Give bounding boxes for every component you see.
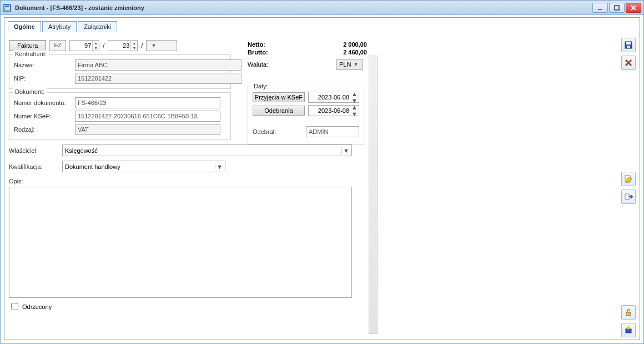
dates-group: Daty: Przyjęcia w KSeF 2023-06-08 ▲▼ Ode… [248, 87, 364, 144]
numer-dokumentu-label: Numer dokumentu: [14, 99, 75, 106]
brutto-value: 2 460,00 [281, 49, 367, 56]
waluta-value: PLN [339, 61, 351, 68]
przyjecia-date-value: 2023-06-08 [318, 94, 349, 101]
spin-down-icon[interactable]: ▼ [351, 97, 358, 104]
dokument-legend: Dokument: [13, 88, 47, 95]
export-button[interactable] [621, 323, 636, 337]
edit-button[interactable] [621, 172, 636, 186]
svg-rect-12 [625, 194, 629, 200]
numer-dokumentu-input[interactable] [75, 97, 220, 108]
netto-label: Netto: [248, 41, 281, 48]
lock-button[interactable] [621, 305, 636, 320]
doc-number-2[interactable]: ▲▼ [108, 40, 138, 51]
document-window: Dokument - [FS-466/23] - zostanie zmieni… [0, 0, 644, 344]
doc-number-1[interactable]: ▲▼ [69, 40, 99, 51]
window-title: Dokument - [FS-466/23] - zostanie zmieni… [15, 4, 592, 11]
left-column: Faktura FZ ▲▼ / ▲▼ / ▼ [9, 40, 364, 312]
spin-down-icon[interactable]: ▼ [92, 46, 99, 51]
waluta-select[interactable]: PLN ▼ [336, 59, 363, 70]
svg-rect-0 [4, 4, 11, 11]
minimize-button[interactable] [592, 3, 608, 13]
nazwa-label: Nazwa: [14, 62, 75, 68]
numer-ksef-input[interactable] [75, 111, 220, 122]
pencil-icon [624, 175, 633, 183]
przyjecia-ksef-button[interactable]: Przyjęcia w KSeF [253, 92, 305, 102]
odebral-input[interactable] [306, 126, 359, 137]
svg-rect-3 [615, 6, 619, 10]
doc-type-code: FZ [49, 40, 66, 51]
svg-rect-13 [626, 312, 631, 316]
nip-input[interactable] [75, 73, 242, 84]
nazwa-input[interactable] [75, 59, 242, 71]
rodzaj-input[interactable] [75, 124, 220, 135]
tab-atrybuty[interactable]: Atrybuty [42, 21, 77, 32]
kwalifikacja-label: Kwalifikacja: [9, 163, 59, 170]
close-icon [624, 58, 633, 67]
przyjecia-ksef-date[interactable]: 2023-06-08 ▲▼ [308, 92, 359, 103]
odebrania-date-value: 2023-06-08 [318, 107, 349, 114]
chevron-down-icon: ▼ [341, 147, 350, 154]
numer-ksef-label: Numer KSeF: [14, 113, 75, 119]
faktura-button[interactable]: Faktura [9, 40, 46, 51]
chevron-down-icon: ▼ [215, 163, 224, 170]
navigate-button[interactable] [621, 190, 636, 204]
odebral-label: Odebrał: [253, 128, 303, 135]
kontrahent-group: Kontrahent: Nazwa: NIP: [9, 54, 231, 89]
netto-value: 2 000,00 [281, 41, 367, 48]
odebrania-date[interactable]: 2023-06-08 ▲▼ [308, 105, 359, 116]
arrow-right-icon [624, 192, 633, 201]
sep2: / [141, 42, 143, 49]
right-toolbar [620, 38, 637, 337]
odrzucony-label: Odrzucony [22, 303, 52, 310]
rodzaj-label: Rodzaj: [14, 126, 75, 133]
daty-legend: Daty: [251, 83, 270, 89]
totals: Netto:2 000,00 Brutto:2 460,00 Waluta: P… [248, 41, 367, 71]
client-area: Ogólne Atrybuty Załączniki Faktura FZ ▲▼… [4, 17, 640, 340]
export-icon [624, 326, 633, 335]
kontrahent-legend: Kontrahent: [13, 51, 49, 57]
odrzucony-checkbox[interactable]: Odrzucony [9, 301, 364, 312]
tab-content: Faktura FZ ▲▼ / ▲▼ / ▼ [4, 36, 640, 340]
opis-textarea[interactable] [9, 187, 352, 298]
lock-open-icon [624, 308, 633, 317]
window-buttons [592, 3, 641, 13]
odebrania-button[interactable]: Odebrania [253, 106, 305, 116]
kwalifikacja-combo[interactable]: Dokument handlowy ▼ [62, 161, 225, 172]
doc-number-1-input[interactable] [70, 41, 92, 51]
dokument-group: Dokument: Numer dokumentu: Numer KSeF: R… [9, 92, 231, 140]
chevron-down-icon: ▼ [353, 62, 358, 67]
doc-number-2-input[interactable] [108, 41, 130, 51]
save-button[interactable] [621, 38, 636, 52]
doc-number-3-select[interactable]: ▼ [146, 40, 177, 51]
wlasciciel-value: Księgowość [65, 147, 98, 154]
svg-rect-8 [627, 46, 630, 48]
nip-label: NIP: [14, 75, 75, 82]
spin-down-icon[interactable]: ▼ [130, 46, 137, 51]
vertical-scrollbar[interactable] [369, 56, 378, 334]
app-icon [3, 3, 12, 12]
chevron-down-icon: ▼ [151, 43, 156, 48]
spin-up-icon[interactable]: ▲ [351, 91, 358, 97]
tab-zalaczniki[interactable]: Załączniki [78, 21, 117, 32]
waluta-label: Waluta: [248, 61, 281, 68]
close-button[interactable] [626, 3, 641, 13]
spin-down-icon[interactable]: ▼ [351, 111, 358, 117]
spin-up-icon[interactable]: ▲ [130, 41, 137, 46]
titlebar: Dokument - [FS-466/23] - zostanie zmieni… [1, 1, 643, 15]
wlasciciel-combo[interactable]: Księgowość ▼ [62, 144, 352, 156]
odrzucony-check-input[interactable] [11, 303, 18, 310]
svg-rect-1 [5, 6, 9, 7]
brutto-label: Brutto: [248, 49, 281, 56]
maximize-button[interactable] [609, 3, 625, 13]
kwalifikacja-value: Dokument handlowy [65, 163, 120, 170]
opis-label: Opis: [9, 178, 23, 185]
floppy-icon [624, 41, 633, 49]
svg-rect-7 [626, 42, 631, 44]
tabs: Ogólne Atrybuty Załączniki [4, 18, 640, 32]
cancel-button[interactable] [621, 56, 636, 70]
wlasciciel-label: Właściciel: [9, 147, 59, 154]
spin-up-icon[interactable]: ▲ [351, 104, 358, 111]
sep1: / [103, 42, 104, 49]
tab-ogolne[interactable]: Ogólne [8, 21, 41, 32]
spin-up-icon[interactable]: ▲ [92, 41, 99, 46]
